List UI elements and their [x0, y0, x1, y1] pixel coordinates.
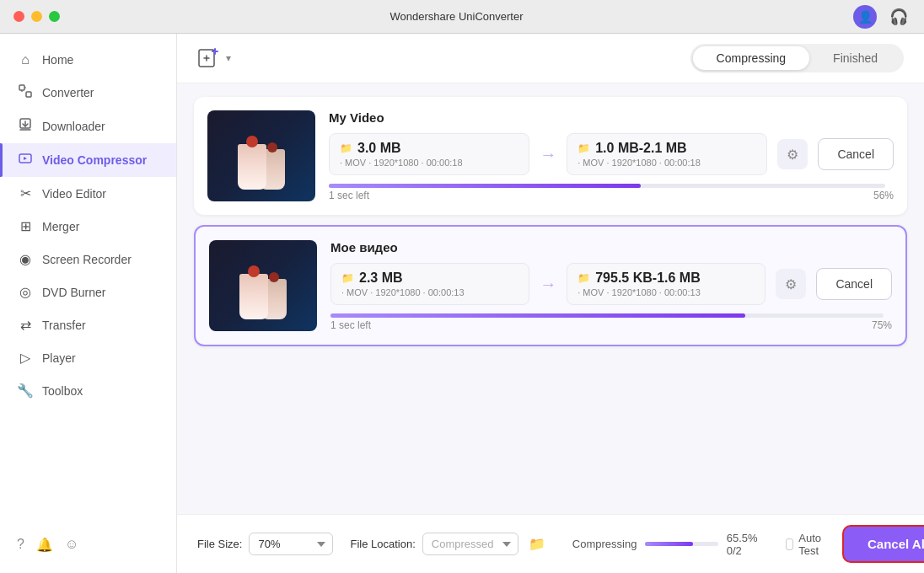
tab-compressing[interactable]: Compressing	[693, 46, 809, 70]
window-controls	[13, 11, 60, 22]
sidebar-label-home: Home	[42, 53, 73, 67]
user-icon[interactable]: 👤	[853, 5, 877, 29]
sidebar-item-transfer[interactable]: ⇄ Transfer	[0, 308, 176, 341]
target-file-info-2: 📁 795.5 KB-1.6 MB · MOV · 1920*1080 · 00…	[567, 263, 766, 305]
titlebar-icons: 👤 🎧	[853, 5, 911, 29]
file-location-field: File Location: Compressed 📁	[350, 533, 548, 556]
original-size-2: 📁 2.3 MB	[341, 270, 518, 286]
original-meta-2: · MOV · 1920*1080 · 00:00:13	[341, 287, 518, 297]
time-left-1: 1 sec left	[329, 190, 369, 201]
sidebar-item-player[interactable]: ▷ Player	[0, 341, 176, 374]
settings-button-1[interactable]: ⚙	[777, 139, 808, 169]
progress-info-1	[329, 184, 894, 188]
status-progress-bar-fill	[645, 542, 692, 546]
original-file-info-1: 📁 3.0 MB · MOV · 1920*1080 · 00:00:18	[329, 133, 529, 175]
compression-row-1: 📁 3.0 MB · MOV · 1920*1080 · 00:00:18 → …	[329, 133, 894, 175]
video-thumbnail-1	[207, 110, 315, 201]
target-meta-1: · MOV · 1920*1080 · 00:00:18	[578, 158, 756, 168]
compression-row-2: 📁 2.3 MB · MOV · 1920*1080 · 00:00:13 → …	[330, 263, 892, 305]
tab-group: Compressing Finished	[690, 44, 904, 72]
sidebar-bottom: ? 🔔 ☺	[0, 527, 176, 563]
original-meta-1: · MOV · 1920*1080 · 00:00:18	[340, 158, 518, 168]
videos-area: My Video 📁 3.0 MB · MOV · 1920*1080 · 00…	[177, 83, 924, 514]
sidebar-item-downloader[interactable]: Downloader	[0, 110, 176, 143]
folder-icon: 📁	[340, 142, 352, 154]
screen-recorder-icon: ◉	[17, 251, 34, 267]
support-icon[interactable]: 🎧	[887, 5, 911, 29]
file-location-select[interactable]: Compressed	[422, 533, 518, 555]
sidebar-item-converter[interactable]: Converter	[0, 76, 176, 110]
converter-icon	[17, 84, 34, 101]
target-meta-2: · MOV · 1920*1080 · 00:00:13	[578, 287, 755, 297]
tab-finished[interactable]: Finished	[809, 46, 901, 70]
target-size-2: 📁 795.5 KB-1.6 MB	[578, 270, 755, 286]
toolbar: ▾ Compressing Finished	[177, 34, 924, 83]
file-size-label: File Size:	[197, 538, 242, 550]
add-chevron-icon: ▾	[226, 52, 231, 64]
bottom-bar: File Size: 70% 50% 80% File Location: Co…	[177, 514, 924, 573]
target-size-1: 📁 1.0 MB-2.1 MB	[578, 141, 756, 156]
sidebar-label-downloader: Downloader	[42, 120, 105, 133]
browse-folder-button[interactable]: 📁	[525, 533, 549, 556]
sidebar-label-transfer: Transfer	[42, 319, 86, 332]
folder-icon-3: 📁	[341, 272, 354, 284]
help-icon[interactable]: ?	[17, 537, 24, 553]
arrow-right-icon-1: →	[540, 145, 556, 164]
emoji-icon[interactable]: ☺	[65, 537, 78, 553]
sidebar-item-home[interactable]: ⌂ Home	[0, 44, 176, 76]
progress-pct-1: 56%	[873, 190, 894, 201]
progress-bar-bg-1	[329, 184, 885, 188]
sidebar-label-video-compressor: Video Compressor	[42, 153, 147, 167]
cancel-all-button[interactable]: Cancel All	[842, 525, 924, 563]
sidebar-item-merger[interactable]: ⊞ Merger	[0, 210, 176, 243]
original-file-info-2: 📁 2.3 MB · MOV · 1920*1080 · 00:00:13	[330, 263, 529, 305]
auto-test-checkbox[interactable]	[786, 538, 793, 550]
add-files-button[interactable]: ▾	[197, 46, 231, 70]
notifications-icon[interactable]: 🔔	[36, 537, 53, 553]
progress-bar-bg-2	[330, 313, 884, 318]
video-card-2: Мое видео 📁 2.3 MB · MOV · 1920*1080 · 0…	[194, 225, 907, 346]
video-card-1: My Video 📁 3.0 MB · MOV · 1920*1080 · 00…	[194, 97, 907, 215]
sidebar-item-dvd-burner[interactable]: ◎ DVD Burner	[0, 276, 176, 308]
file-location-label: File Location:	[350, 538, 415, 550]
video-info-1: My Video 📁 3.0 MB · MOV · 1920*1080 · 00…	[329, 110, 894, 201]
sidebar-item-toolbox[interactable]: 🔧 Toolbox	[0, 374, 176, 407]
progress-bar-fill-1	[329, 184, 641, 188]
svg-rect-1	[26, 92, 31, 97]
settings-button-2[interactable]: ⚙	[776, 269, 806, 299]
sidebar-item-screen-recorder[interactable]: ◉ Screen Recorder	[0, 243, 176, 276]
folder-icon-4: 📁	[578, 272, 590, 284]
sidebar-label-toolbox: Toolbox	[42, 384, 83, 398]
progress-info-2	[330, 313, 892, 318]
sidebar-label-screen-recorder: Screen Recorder	[42, 253, 132, 266]
video-title-1: My Video	[329, 110, 894, 125]
player-icon: ▷	[17, 350, 34, 366]
file-size-field: File Size: 70% 50% 80%	[197, 533, 333, 555]
sidebar-label-merger: Merger	[42, 220, 79, 233]
file-size-select[interactable]: 70% 50% 80%	[249, 533, 333, 555]
downloader-icon	[17, 118, 34, 135]
video-compressor-icon	[17, 152, 34, 169]
cancel-button-1[interactable]: Cancel	[818, 138, 894, 170]
main-container: ⌂ Home Converter Downloader Video Compre…	[0, 34, 924, 573]
auto-test-section: Auto Test	[786, 532, 825, 557]
home-icon: ⌂	[17, 52, 34, 67]
video-info-2: Мое видео 📁 2.3 MB · MOV · 1920*1080 · 0…	[330, 240, 892, 331]
arrow-right-icon-2: →	[540, 275, 556, 294]
minimize-button[interactable]	[31, 11, 42, 22]
time-left-2: 1 sec left	[330, 319, 371, 331]
sidebar: ⌂ Home Converter Downloader Video Compre…	[0, 34, 177, 573]
sidebar-label-dvd-burner: DVD Burner	[42, 286, 105, 299]
maximize-button[interactable]	[49, 11, 60, 22]
svg-rect-0	[19, 85, 24, 90]
cancel-button-2[interactable]: Cancel	[816, 268, 892, 300]
sidebar-label-player: Player	[42, 351, 76, 365]
toolbox-icon: 🔧	[17, 383, 34, 399]
sidebar-item-video-editor[interactable]: ✂ Video Editor	[0, 177, 176, 210]
close-button[interactable]	[13, 11, 24, 22]
video-thumbnail-2	[209, 240, 317, 331]
sidebar-item-video-compressor[interactable]: Video Compressor	[0, 143, 176, 177]
sidebar-label-video-editor: Video Editor	[42, 187, 106, 201]
video-editor-icon: ✂	[17, 185, 34, 201]
status-pct-label: 65.5% 0/2	[727, 532, 770, 557]
